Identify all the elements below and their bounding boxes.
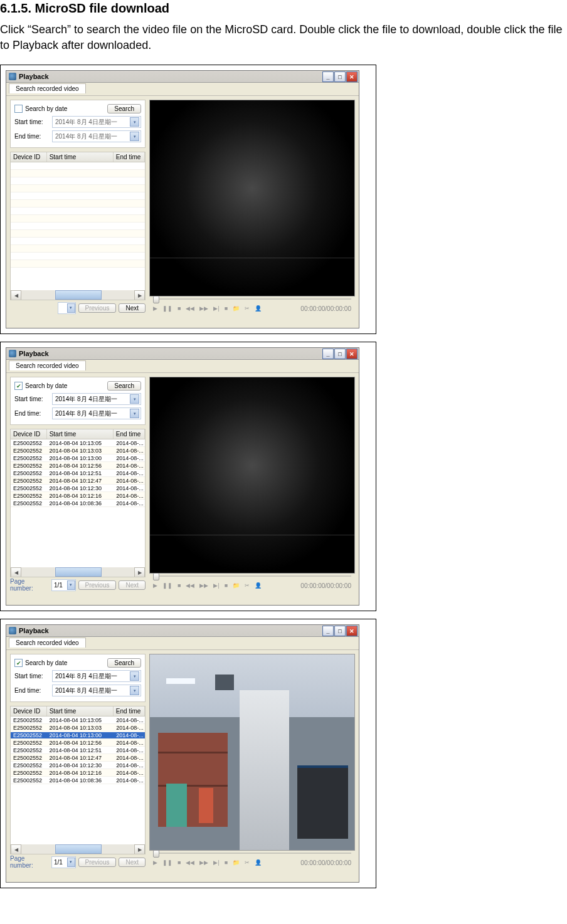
seek-handle[interactable] — [153, 296, 159, 303]
seek-track[interactable] — [153, 298, 351, 300]
pause-icon[interactable]: ❚❚ — [162, 859, 172, 866]
end-time-dropdown[interactable]: 2014年 8月 4日星期一 ▾ — [52, 130, 141, 142]
minimize-button[interactable]: _ — [322, 349, 334, 359]
col-header-end-time[interactable]: End time — [114, 429, 145, 439]
snip-icon[interactable]: ✂ — [245, 859, 250, 866]
maximize-button[interactable]: □ — [334, 349, 346, 359]
col-header-start-time[interactable]: Start time — [47, 706, 114, 716]
open-folder-icon[interactable]: 📁 — [233, 859, 240, 866]
record-icon[interactable]: ■ — [225, 305, 228, 312]
table-row[interactable]: E250025522014-08-04 10:12:162014-08-... — [11, 492, 145, 500]
video-pane[interactable] — [149, 100, 355, 297]
table-row[interactable]: E250025522014-08-04 10:13:002014-08-... — [11, 454, 145, 462]
table-row[interactable]: E250025522014-08-04 10:12:562014-08-... — [11, 739, 145, 747]
pause-icon[interactable]: ❚❚ — [162, 582, 172, 589]
table-row[interactable]: E250025522014-08-04 10:12:472014-08-... — [11, 477, 145, 485]
user-icon[interactable]: 👤 — [255, 582, 262, 589]
page-number-dropdown[interactable]: 1/1 ▾ — [51, 856, 76, 868]
table-row[interactable]: E250025522014-08-04 10:12:512014-08-... — [11, 747, 145, 754]
scrollbar-track[interactable] — [21, 290, 134, 300]
rewind-icon[interactable]: ◀◀ — [186, 859, 194, 866]
play-icon[interactable]: ▶ — [153, 859, 157, 866]
seek-handle[interactable] — [153, 573, 159, 580]
page-number-dropdown[interactable]: 1/1 ▾ — [51, 579, 76, 591]
next-button[interactable]: Next — [119, 303, 146, 313]
scrollbar-thumb[interactable] — [55, 567, 102, 577]
table-row[interactable]: E250025522014-08-04 10:12:562014-08-... — [11, 462, 145, 470]
snip-icon[interactable]: ✂ — [245, 305, 250, 312]
scrollbar-thumb[interactable] — [55, 290, 102, 300]
record-icon[interactable]: ■ — [225, 582, 228, 589]
minimize-button[interactable]: _ — [322, 626, 334, 636]
previous-button[interactable]: Previous — [78, 303, 117, 313]
video-pane[interactable] — [149, 377, 355, 574]
previous-button[interactable]: Previous — [78, 858, 117, 867]
maximize-button[interactable]: □ — [334, 71, 346, 82]
horizontal-scrollbar[interactable]: ◀ ▶ — [11, 844, 145, 854]
play-icon[interactable]: ▶ — [153, 305, 157, 312]
col-header-device-id[interactable]: Device ID — [11, 152, 47, 162]
start-time-dropdown[interactable]: 2014年 8月 4日星期一 ▾ — [52, 116, 141, 128]
table-row[interactable]: E250025522014-08-04 10:13:052014-08-... — [11, 717, 145, 724]
minimize-button[interactable]: _ — [322, 71, 334, 82]
table-row[interactable]: E250025522014-08-04 10:08:362014-08-... — [11, 500, 145, 507]
tab-search-recorded-video[interactable]: Search recorded video — [9, 83, 86, 93]
search-by-date-checkbox[interactable]: ✔ — [14, 659, 23, 667]
scroll-left-button[interactable]: ◀ — [11, 567, 21, 577]
col-header-start-time[interactable]: Start time — [47, 429, 114, 439]
tab-search-recorded-video[interactable]: Search recorded video — [9, 638, 86, 648]
open-folder-icon[interactable]: 📁 — [233, 582, 240, 589]
search-button[interactable]: Search — [107, 381, 141, 391]
start-time-dropdown[interactable]: 2014年 8月 4日星期一 ▾ — [52, 393, 141, 405]
previous-button[interactable]: Previous — [78, 580, 117, 590]
scrollbar-thumb[interactable] — [55, 844, 102, 854]
scroll-right-button[interactable]: ▶ — [134, 290, 145, 300]
horizontal-scrollbar[interactable]: ◀ ▶ — [11, 290, 145, 300]
tab-search-recorded-video[interactable]: Search recorded video — [9, 360, 86, 370]
next-icon[interactable]: ▶| — [213, 859, 219, 866]
rewind-icon[interactable]: ◀◀ — [186, 582, 194, 589]
search-by-date-checkbox[interactable]: ✔ — [14, 382, 23, 390]
next-icon[interactable]: ▶| — [213, 305, 219, 312]
table-row[interactable]: E250025522014-08-04 10:12:162014-08-... — [11, 769, 145, 777]
end-time-dropdown[interactable]: 2014年 8月 4日星期一 ▾ — [52, 407, 141, 419]
close-button[interactable]: ✕ — [346, 71, 358, 82]
stop-icon[interactable]: ■ — [178, 582, 181, 589]
table-row[interactable]: E250025522014-08-04 10:08:362014-08-... — [11, 777, 145, 784]
scroll-right-button[interactable]: ▶ — [134, 844, 145, 854]
col-header-end-time[interactable]: End time — [114, 152, 145, 162]
scrollbar-track[interactable] — [21, 844, 134, 854]
table-row[interactable]: E250025522014-08-04 10:12:302014-08-... — [11, 485, 145, 492]
snip-icon[interactable]: ✂ — [245, 582, 250, 589]
col-header-device-id[interactable]: Device ID — [11, 429, 47, 439]
fast-forward-icon[interactable]: ▶▶ — [199, 859, 208, 866]
col-header-end-time[interactable]: End time — [114, 706, 145, 716]
video-pane[interactable] — [149, 654, 355, 851]
search-by-date-checkbox[interactable] — [14, 105, 23, 113]
seek-handle[interactable] — [153, 850, 159, 858]
play-icon[interactable]: ▶ — [153, 582, 157, 589]
table-row[interactable]: E250025522014-08-04 10:12:512014-08-... — [11, 470, 145, 477]
open-folder-icon[interactable]: 📁 — [233, 305, 240, 312]
horizontal-scrollbar[interactable]: ◀ ▶ — [11, 567, 145, 577]
rewind-icon[interactable]: ◀◀ — [186, 305, 194, 312]
scrollbar-track[interactable] — [21, 567, 134, 577]
record-icon[interactable]: ■ — [225, 859, 228, 866]
seek-bar[interactable] — [149, 574, 355, 579]
scroll-left-button[interactable]: ◀ — [11, 844, 21, 854]
maximize-button[interactable]: □ — [334, 626, 346, 636]
start-time-dropdown[interactable]: 2014年 8月 4日星期一 ▾ — [52, 670, 141, 682]
search-button[interactable]: Search — [107, 104, 141, 113]
fast-forward-icon[interactable]: ▶▶ — [199, 582, 208, 589]
table-row[interactable]: E250025522014-08-04 10:12:472014-08-... — [11, 754, 145, 762]
seek-bar[interactable] — [149, 297, 355, 302]
user-icon[interactable]: 👤 — [255, 305, 262, 312]
end-time-dropdown[interactable]: 2014年 8月 4日星期一 ▾ — [52, 685, 141, 696]
table-row[interactable]: E250025522014-08-04 10:13:032014-08-... — [11, 447, 145, 454]
next-button[interactable]: Next — [119, 580, 146, 590]
stop-icon[interactable]: ■ — [178, 305, 181, 312]
col-header-start-time[interactable]: Start time — [47, 152, 114, 162]
col-header-device-id[interactable]: Device ID — [11, 706, 47, 716]
next-icon[interactable]: ▶| — [213, 582, 219, 589]
fast-forward-icon[interactable]: ▶▶ — [199, 305, 208, 312]
